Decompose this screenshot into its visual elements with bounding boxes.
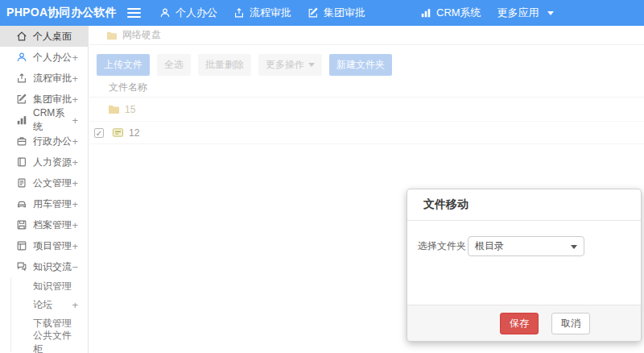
file-table: 文件名称 15 12 bbox=[89, 78, 644, 144]
sidebar-item-document-mgmt[interactable]: 公文管理 + bbox=[0, 172, 88, 193]
folder-icon bbox=[106, 31, 118, 40]
top-nav: 个人办公 流程审批 集团审批 CRM系统 更多应用 bbox=[159, 6, 554, 20]
file-name: 15 bbox=[125, 104, 135, 115]
sidebar-item-hr[interactable]: 人力资源 + bbox=[0, 152, 88, 172]
expand-icon[interactable]: + bbox=[72, 135, 78, 147]
save-button[interactable]: 保存 bbox=[500, 313, 539, 334]
expand-icon[interactable]: + bbox=[72, 73, 78, 85]
project-icon bbox=[16, 240, 27, 251]
sidebar-item-process-approval[interactable]: 流程审批 + bbox=[0, 68, 88, 89]
row-checkbox[interactable] bbox=[94, 128, 104, 138]
breadcrumb: 网络硬盘 bbox=[89, 26, 644, 45]
modal-header: 文件移动 bbox=[407, 189, 641, 221]
new-folder-button[interactable]: 新建文件夹 bbox=[329, 54, 392, 76]
folder-select-value: 根目录 bbox=[475, 239, 504, 253]
sidebar-item-knowledge-exchange[interactable]: 知识交流 − bbox=[0, 256, 88, 277]
top-bar: PHPOA协同办公软件 个人办公 流程审批 集团审批 CRM系统 更多应用 bbox=[0, 0, 644, 26]
modal-footer: 保存 取消 bbox=[407, 305, 641, 341]
file-table-header: 文件名称 bbox=[89, 78, 644, 98]
collapse-icon[interactable]: − bbox=[72, 261, 78, 273]
menu-toggle-icon[interactable] bbox=[127, 8, 141, 18]
edit-icon bbox=[308, 7, 319, 19]
topnav-personal-office[interactable]: 个人办公 bbox=[159, 6, 217, 20]
archive-icon bbox=[16, 219, 27, 230]
doc-icon bbox=[16, 177, 27, 189]
process-icon bbox=[16, 73, 27, 84]
sidebar: 个人桌面 个人办公 + 流程审批 + 集团审批 + CRM系统 + 行政办公 + bbox=[0, 26, 89, 353]
sidebar-item-archive-mgmt[interactable]: 档案管理 + bbox=[0, 214, 88, 235]
car-icon bbox=[16, 198, 27, 210]
sidebar-item-vehicle-mgmt[interactable]: 用车管理 + bbox=[0, 193, 88, 214]
topnav-crm[interactable]: CRM系统 bbox=[420, 6, 481, 20]
sidebar-item-crm[interactable]: CRM系统 + bbox=[0, 110, 88, 131]
expand-icon[interactable]: + bbox=[72, 156, 78, 168]
expand-icon[interactable]: + bbox=[72, 52, 78, 64]
file-icon bbox=[112, 127, 124, 138]
chart-icon bbox=[16, 114, 27, 126]
file-move-modal: 文件移动 选择文件夹 根目录 保存 取消 bbox=[407, 189, 642, 342]
edit-icon bbox=[16, 93, 27, 105]
expand-icon[interactable]: + bbox=[72, 240, 78, 252]
sidebar-item-personal-office[interactable]: 个人办公 + bbox=[0, 47, 88, 68]
knowledge-submenu: 知识管理 论坛 + 下载管理 公共文件柜 bbox=[10, 277, 88, 351]
caret-down-icon bbox=[308, 63, 315, 67]
expand-icon[interactable]: + bbox=[72, 114, 78, 127]
folder-icon bbox=[108, 104, 120, 114]
modal-title: 文件移动 bbox=[423, 197, 469, 212]
more-operations-button[interactable]: 更多操作 bbox=[258, 54, 322, 76]
user-icon bbox=[159, 7, 171, 19]
upload-file-button[interactable]: 上传文件 bbox=[97, 54, 150, 76]
caret-down-icon bbox=[547, 11, 554, 15]
sidebar-item-admin-office[interactable]: 行政办公 + bbox=[0, 131, 88, 152]
sidebar-item-personal-desktop[interactable]: 个人桌面 bbox=[0, 26, 88, 47]
topnav-group-approval[interactable]: 集团审批 bbox=[308, 6, 365, 20]
briefcase-icon bbox=[16, 135, 27, 147]
expand-icon[interactable]: + bbox=[72, 177, 78, 189]
expand-icon[interactable]: + bbox=[72, 299, 78, 311]
expand-icon[interactable]: + bbox=[72, 93, 78, 106]
topnav-process-approval[interactable]: 流程审批 bbox=[233, 6, 291, 20]
expand-icon[interactable]: + bbox=[72, 219, 78, 231]
sidebar-item-project-mgmt[interactable]: 项目管理 + bbox=[0, 235, 88, 256]
sidebar-subitem-public-file-cabinet[interactable]: 公共文件柜 bbox=[11, 333, 88, 351]
user-icon bbox=[16, 52, 27, 63]
chat-icon bbox=[16, 261, 27, 272]
file-row-file-12[interactable]: 12 bbox=[89, 122, 644, 144]
file-name: 12 bbox=[129, 127, 139, 139]
folder-select-label: 选择文件夹 bbox=[418, 236, 468, 256]
caret-down-icon bbox=[571, 245, 577, 249]
file-toolbar: 上传文件 全选 批量删除 更多操作 新建文件夹 bbox=[97, 54, 644, 76]
file-row-folder-15[interactable]: 15 bbox=[89, 98, 644, 122]
book-icon bbox=[16, 156, 27, 168]
sidebar-subitem-knowledge-mgmt[interactable]: 知识管理 bbox=[11, 277, 88, 296]
process-icon bbox=[233, 7, 245, 19]
select-all-button[interactable]: 全选 bbox=[157, 54, 191, 76]
cancel-button[interactable]: 取消 bbox=[551, 313, 590, 334]
breadcrumb-label: 网络硬盘 bbox=[122, 28, 161, 42]
topnav-more-apps[interactable]: 更多应用 bbox=[497, 6, 554, 20]
home-icon bbox=[16, 31, 27, 42]
app-logo: PHPOA协同办公软件 bbox=[6, 6, 127, 20]
app-window: PHPOA协同办公软件 个人办公 流程审批 集团审批 CRM系统 更多应用 bbox=[0, 0, 644, 353]
batch-delete-button[interactable]: 批量删除 bbox=[198, 54, 251, 76]
expand-icon[interactable]: + bbox=[72, 198, 78, 210]
sidebar-subitem-forum[interactable]: 论坛 + bbox=[11, 296, 88, 314]
modal-body: 选择文件夹 根目录 bbox=[407, 221, 641, 305]
chart-icon bbox=[420, 7, 431, 19]
folder-select[interactable]: 根目录 bbox=[468, 236, 584, 256]
